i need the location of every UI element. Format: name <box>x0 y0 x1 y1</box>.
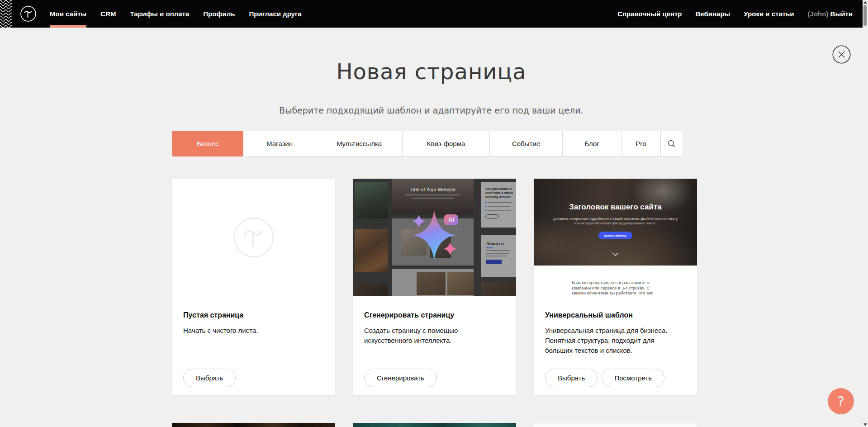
question-icon: ? <box>837 394 844 409</box>
scroll-up-icon[interactable] <box>863 1 867 4</box>
tab-multilink[interactable]: Мультиссылка <box>316 131 403 157</box>
choose-button[interactable]: Выбрать <box>545 369 598 387</box>
nav-crm[interactable]: CRM <box>100 0 116 28</box>
user-name: (John) <box>808 10 829 18</box>
template-paragraph: Коротко представьтесь и расскажите о ком… <box>572 280 662 296</box>
nav-webinars[interactable]: Вебинары <box>696 0 730 28</box>
template-hero-heading: Заголовок вашего сайта <box>534 203 697 212</box>
card-body: Сгенерировать страницу Создать страницу … <box>353 296 516 395</box>
template-card-universal[interactable]: Заголовок вашего сайта Добавьте интересн… <box>534 179 697 395</box>
card-title: Пустая страница <box>183 311 324 319</box>
card-title: Универсальный шаблон <box>545 311 686 319</box>
tab-event[interactable]: Событие <box>489 131 563 157</box>
template-text-section: Коротко представьтесь и расскажите о ком… <box>534 266 697 296</box>
ai-sparkle-icon <box>353 179 516 296</box>
template-cta-button: Целевое действие <box>598 232 632 239</box>
nav-lessons[interactable]: Уроки и статьи <box>744 0 794 28</box>
ai-badge: AI <box>444 214 458 225</box>
generate-button[interactable]: Сгенерировать <box>364 369 437 387</box>
scroll-down-icon[interactable] <box>863 423 867 426</box>
scrollbar-thumb[interactable] <box>863 5 867 26</box>
next-row-card-preview[interactable] <box>353 423 516 427</box>
nav-my-sites[interactable]: Мои сайты <box>50 0 86 28</box>
tab-blog[interactable]: Блог <box>562 131 621 157</box>
tab-business[interactable]: Бизнес <box>172 131 243 157</box>
blank-page-preview <box>172 179 335 296</box>
card-body: Универсальный шаблон Универсальная стран… <box>534 296 697 395</box>
tilda-logo-icon[interactable] <box>20 5 37 22</box>
template-category-tabs: Бизнес Магазин Мультиссылка Квиз-форма С… <box>172 131 683 157</box>
card-description: Создать страницу с помощью искусственног… <box>364 326 502 346</box>
zigzag-pattern-icon <box>0 0 12 28</box>
page-title: Новая страница <box>0 59 863 84</box>
main-menu: Мои сайты CRM Тарифы и оплата Профиль Пр… <box>50 0 302 28</box>
top-navbar: Мои сайты CRM Тарифы и оплата Профиль Пр… <box>0 0 863 28</box>
nav-help-center[interactable]: Справочный центр <box>617 0 682 28</box>
template-hero-subtext: Добавьте интересные подробности о вашей … <box>550 217 681 226</box>
secondary-menu: Справочный центр Вебинары Уроки и статьи… <box>617 0 853 28</box>
nav-profile[interactable]: Профиль <box>203 0 235 28</box>
card-title: Сгенерировать страницу <box>364 311 505 319</box>
page-subtitle: Выберите подходящий шаблон и адаптируйте… <box>0 105 863 115</box>
card-body: Пустая страница Начать с чистого листа. … <box>172 296 335 395</box>
scrollbar[interactable] <box>863 0 868 427</box>
choose-button[interactable]: Выбрать <box>183 369 236 387</box>
next-row-card-preview[interactable] <box>172 423 335 427</box>
tilda-watermark-icon <box>232 216 275 259</box>
next-row-card-preview[interactable] <box>534 423 697 427</box>
nav-tariffs[interactable]: Тарифы и оплата <box>130 0 189 28</box>
nav-invite-friend[interactable]: Пригласи друга <box>249 0 301 28</box>
card-description: Начать с чистого листа. <box>183 326 321 336</box>
template-card-ai-generate[interactable]: Title of Your Website Get your house in … <box>353 179 516 395</box>
template-card-blank-page[interactable]: Пустая страница Начать с чистого листа. … <box>172 179 335 395</box>
search-icon <box>668 140 676 148</box>
search-tab[interactable] <box>660 131 683 157</box>
tab-pro[interactable]: Pro <box>621 131 661 157</box>
chevron-down-icon <box>612 252 619 256</box>
new-page-dialog: Мои сайты CRM Тарифы и оплата Профиль Пр… <box>0 0 868 427</box>
view-button[interactable]: Посмотреть <box>602 369 664 387</box>
logout-label: Выйти <box>830 10 853 18</box>
help-button[interactable]: ? <box>828 388 854 414</box>
card-description: Универсальная страница для бизнеса. Поня… <box>545 326 683 356</box>
ai-collage-preview: Title of Your Website Get your house in … <box>353 179 516 296</box>
tab-quiz-form[interactable]: Квиз-форма <box>402 131 490 157</box>
nav-logout[interactable]: (John) Выйти <box>808 0 853 28</box>
universal-template-preview: Заголовок вашего сайта Добавьте интересн… <box>534 179 697 296</box>
tab-store[interactable]: Магазин <box>243 131 316 157</box>
